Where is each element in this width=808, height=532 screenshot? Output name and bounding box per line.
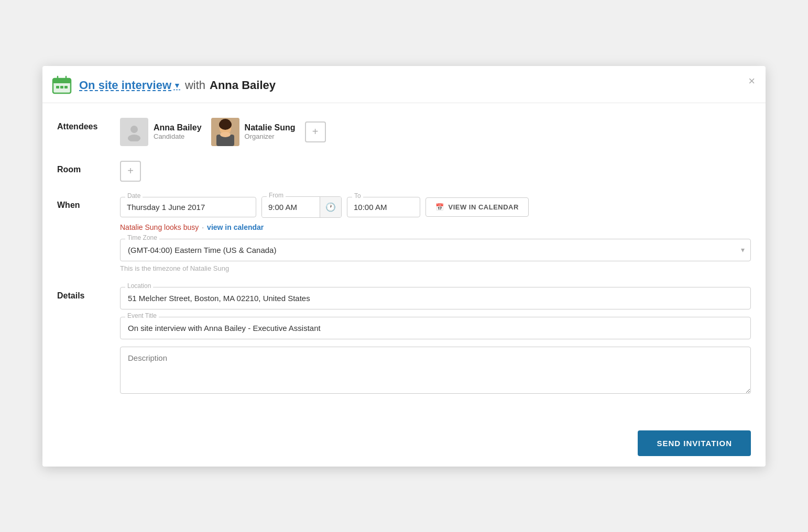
to-time-input[interactable]	[347, 197, 420, 217]
svg-rect-5	[56, 86, 59, 88]
date-field-label: Date	[125, 192, 143, 199]
anna-avatar	[120, 118, 148, 146]
from-field-group: From 🕐	[261, 196, 342, 218]
add-room-button[interactable]: +	[120, 161, 141, 182]
room-label: Room	[57, 161, 120, 174]
room-row: Room +	[57, 161, 751, 182]
header-title: On site interview ▼ with Anna Bailey	[79, 79, 276, 92]
event-title-label: Event Title	[125, 312, 159, 319]
svg-rect-7	[64, 86, 68, 88]
add-attendee-button[interactable]: +	[305, 121, 326, 142]
send-invitation-button[interactable]: SEND INVITATION	[638, 430, 751, 456]
with-label: with	[185, 79, 205, 92]
location-input[interactable]	[120, 287, 751, 309]
svg-rect-2	[53, 79, 71, 83]
description-textarea[interactable]	[120, 347, 751, 394]
svg-point-8	[130, 126, 138, 133]
date-input[interactable]	[120, 197, 256, 217]
svg-point-14	[220, 132, 231, 137]
dropdown-arrow-icon[interactable]: ▼	[173, 81, 181, 90]
view-in-calendar-button[interactable]: 📅 VIEW IN CALENDAR	[425, 197, 529, 217]
details-row: Details Location Event Title	[57, 287, 751, 394]
from-field-label: From	[267, 192, 286, 199]
event-title-field-group: Event Title	[120, 317, 751, 339]
to-field-label: To	[352, 192, 363, 199]
anna-name: Anna Bailey	[154, 123, 202, 132]
details-label: Details	[57, 287, 120, 301]
timezone-hint: This is the timezone of Natalie Sung	[120, 264, 751, 272]
modal-header: On site interview ▼ with Anna Bailey ×	[42, 66, 766, 103]
natalie-info: Natalie Sung Organizer	[245, 123, 296, 140]
interview-type[interactable]: On site interview ▼	[79, 79, 181, 92]
location-field-group: Location	[120, 287, 751, 309]
details-content: Location Event Title	[120, 287, 751, 394]
room-content: +	[120, 161, 751, 182]
view-calendar-icon: 📅	[435, 203, 444, 211]
attendees-list: Anna Bailey Candidate	[120, 118, 751, 146]
from-time-container: 🕐	[261, 196, 342, 218]
busy-dot: ·	[202, 223, 204, 231]
natalie-name: Natalie Sung	[245, 123, 296, 132]
modal-body: Attendees Anna Bailey Candidate	[42, 103, 766, 421]
attendees-content: Anna Bailey Candidate	[120, 118, 751, 146]
attendees-row: Attendees Anna Bailey Candidate	[57, 118, 751, 146]
anna-info: Anna Bailey Candidate	[154, 123, 202, 140]
attendee-card-anna: Anna Bailey Candidate	[120, 118, 202, 146]
when-label: When	[57, 196, 120, 210]
candidate-name-header: Anna Bailey	[210, 79, 276, 92]
timezone-group: Time Zone (GMT-04:00) Eastern Time (US &…	[120, 239, 751, 261]
date-field-group: Date	[120, 197, 256, 217]
busy-text: Natalie Sung looks busy	[120, 223, 199, 231]
modal-footer: SEND INVITATION	[42, 421, 766, 467]
view-calendar-label: VIEW IN CALENDAR	[449, 203, 519, 211]
from-time-icon-button[interactable]: 🕐	[320, 197, 341, 217]
svg-point-16	[220, 119, 231, 127]
attendee-card-natalie: Natalie Sung Organizer	[211, 118, 296, 146]
attendees-label: Attendees	[57, 118, 120, 131]
timezone-select[interactable]: (GMT-04:00) Eastern Time (US & Canada)	[120, 239, 751, 261]
view-calendar-link[interactable]: view in calendar	[207, 223, 264, 231]
location-label: Location	[125, 282, 153, 290]
close-button[interactable]: ×	[748, 75, 755, 87]
svg-point-9	[128, 135, 140, 141]
when-fields: Date From 🕐 To	[120, 196, 751, 218]
timezone-label: Time Zone	[125, 234, 159, 241]
natalie-avatar	[211, 118, 239, 146]
when-row: When Date From 🕐	[57, 196, 751, 272]
when-content: Date From 🕐 To	[120, 196, 751, 272]
from-time-input[interactable]	[262, 197, 320, 217]
interview-modal: On site interview ▼ with Anna Bailey × A…	[42, 66, 766, 467]
busy-notice: Natalie Sung looks busy · view in calend…	[120, 223, 751, 231]
anna-role: Candidate	[154, 132, 202, 140]
interview-type-label: On site interview	[79, 79, 171, 92]
svg-rect-6	[60, 86, 63, 88]
calendar-icon	[52, 75, 72, 95]
to-field-group: To	[347, 197, 420, 217]
natalie-role: Organizer	[245, 132, 296, 140]
event-title-input[interactable]	[120, 317, 751, 339]
